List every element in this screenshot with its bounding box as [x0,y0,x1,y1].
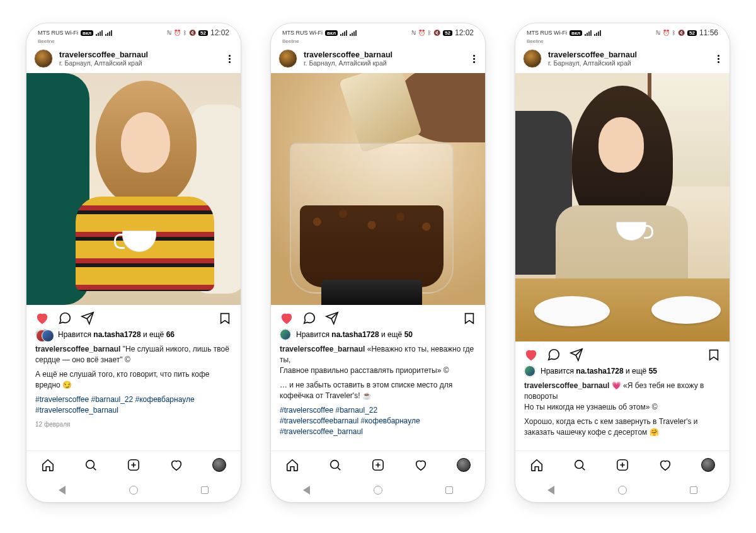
liker-name[interactable]: na.tasha1728 [93,330,140,339]
nfc-icon: ℕ [411,30,416,36]
bookmark-icon[interactable] [218,311,232,325]
phone-1: MTS RUS Wi-Fi вкл ℕ ⏰ ᛒ 🔇 52 12:02 Beeli… [26,23,241,503]
back-icon[interactable] [57,484,68,496]
post-username[interactable]: travelerscoffee_barnaul [59,50,220,59]
bookmark-icon[interactable] [707,348,721,362]
like-icon[interactable] [524,348,538,362]
home-icon[interactable] [530,458,544,472]
alarm-icon: ⏰ [418,30,425,36]
more-options-icon[interactable] [471,52,478,66]
likes-count[interactable]: 50 [404,330,413,339]
post-photo[interactable] [271,73,485,305]
post-location[interactable]: г. Барнаул, Алтайский край [59,59,220,67]
likes-mid: и ещё [141,330,166,339]
caption-text: … и не забыть оставить в этом списке мес… [280,380,476,401]
caption-author[interactable]: travelerscoffee_barnaul [35,345,120,353]
like-icon[interactable] [280,311,294,325]
add-post-icon[interactable] [127,458,140,472]
system-nav [26,478,241,502]
hashtags[interactable]: #travelerscoffeebarnaul #кофевбарнауле [280,416,420,425]
home-circle-icon[interactable] [128,484,139,496]
hashtags[interactable]: #travelerscoffee_barnaul [280,427,363,436]
likes-row[interactable]: Нравится na.tasha1728 и ещё 50 [271,328,485,341]
post-username[interactable]: travelerscoffee_barnaul [304,50,464,59]
mute-icon: 🔇 [433,30,440,36]
signal-icon [594,30,601,36]
likes-row[interactable]: Нравится na.tasha1728 и ещё 55 [515,364,730,378]
hashtags[interactable]: #travelerscoffee_barnaul [35,406,118,415]
alarm-icon: ⏰ [174,30,181,36]
post-photo[interactable] [26,73,241,305]
like-icon[interactable] [35,311,49,325]
sub-carrier-label: Beeline [26,38,241,44]
post-username[interactable]: travelerscoffee_barnaul [548,50,709,59]
post-header[interactable]: travelerscoffee_barnaul г. Барнаул, Алта… [515,44,730,73]
post-header[interactable]: travelerscoffee_barnaul г. Барнаул, Алта… [271,44,485,73]
more-options-icon[interactable] [715,52,722,66]
home-icon[interactable] [41,458,55,472]
liker-name[interactable]: na.tasha1728 [576,367,623,375]
home-icon[interactable] [285,458,299,472]
post-location[interactable]: г. Барнаул, Алтайский край [548,59,709,67]
share-icon[interactable] [325,311,339,325]
instagram-nav [271,450,485,478]
comment-icon[interactable] [302,311,316,325]
bookmark-icon[interactable] [462,311,476,325]
recents-icon[interactable] [444,484,455,496]
avatar[interactable] [34,49,53,68]
search-icon[interactable] [573,458,587,472]
back-icon[interactable] [301,484,312,496]
avatar[interactable] [278,49,297,68]
share-icon[interactable] [570,348,583,362]
recents-icon[interactable] [199,484,210,496]
activity-icon[interactable] [169,458,183,472]
likers-avatars-icon [524,365,536,377]
likers-avatars-icon [280,329,291,340]
system-nav [515,478,730,502]
likes-count[interactable]: 66 [166,330,175,339]
post-location[interactable]: г. Барнаул, Алтайский край [304,59,464,67]
svg-point-0 [86,460,94,468]
status-bar: MTS RUS Wi-Fi вкл ℕ ⏰ ᛒ 🔇 52 11:56 [515,23,730,40]
back-icon[interactable] [546,484,557,496]
recents-icon[interactable] [688,484,699,496]
post-caption: travelerscoffee_barnaul 💗 «Я без тебя не… [515,378,730,442]
phone-2: MTS RUS Wi-Fi вкл ℕ ⏰ ᛒ 🔇 52 12:02 Beeli… [270,23,486,503]
profile-icon[interactable] [701,458,715,472]
home-circle-icon[interactable] [617,484,628,496]
add-post-icon[interactable] [616,458,629,472]
wifi-badge: вкл [81,30,93,36]
mute-icon: 🔇 [678,30,685,36]
profile-icon[interactable] [457,458,471,472]
signal-icon [96,30,103,36]
likes-row[interactable]: Нравится na.tasha1728 и ещё 66 [26,328,241,341]
home-circle-icon[interactable] [372,484,384,496]
likes-count[interactable]: 55 [649,367,657,375]
battery-icon: 52 [687,30,697,36]
hashtags[interactable]: #travelerscoffee #barnaul_22 [280,406,377,415]
profile-icon[interactable] [212,458,226,472]
battery-icon: 52 [198,30,208,36]
liker-name[interactable]: na.tasha1728 [331,330,379,339]
search-icon[interactable] [328,458,342,472]
add-post-icon[interactable] [371,458,385,472]
post-photo[interactable] [515,73,730,341]
comment-icon[interactable] [547,348,561,362]
carrier-label: MTS RUS Wi-Fi [38,30,78,36]
avatar[interactable] [523,49,542,68]
caption-author[interactable]: travelerscoffee_barnaul [280,345,365,353]
sub-carrier-label: Beeline [515,38,730,44]
caption-text: А ещё не слушай того, кто говорит, что п… [35,369,232,391]
svg-point-4 [575,460,583,468]
activity-icon[interactable] [414,458,428,472]
share-icon[interactable] [81,311,94,325]
hashtags[interactable]: #travelerscoffee #barnaul_22 #кофевбарна… [35,395,195,404]
more-options-icon[interactable] [226,52,233,66]
activity-icon[interactable] [658,458,672,472]
caption-author[interactable]: travelerscoffee_barnaul [524,381,609,390]
clock-label: 12:02 [210,28,229,37]
comment-icon[interactable] [58,311,72,325]
search-icon[interactable] [84,458,98,472]
likes-prefix: Нравится [58,330,93,339]
post-header[interactable]: travelerscoffee_barnaul г. Барнаул, Алта… [26,44,241,73]
